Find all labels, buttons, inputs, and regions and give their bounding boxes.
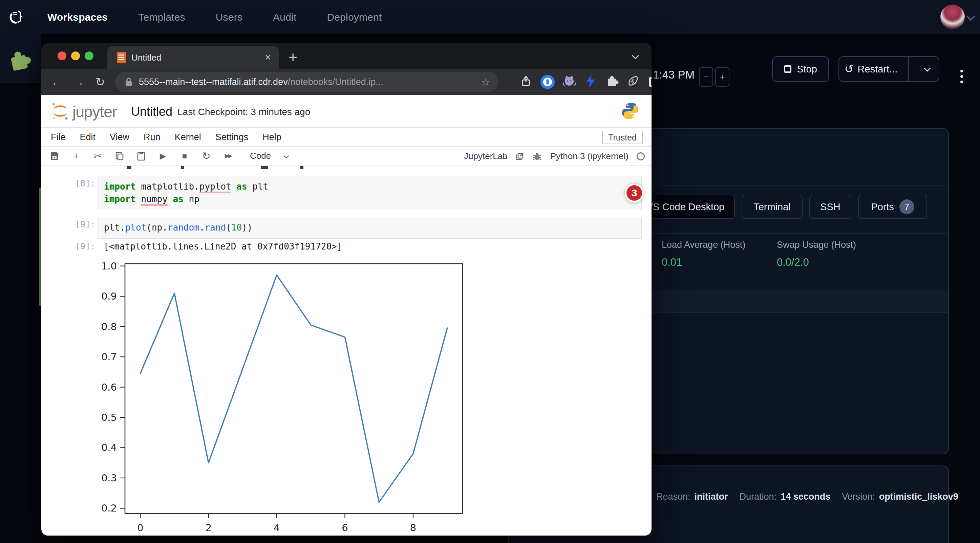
jupyter-wordmark: jupyter [72, 103, 117, 121]
onepassword-extension-icon[interactable] [541, 75, 555, 89]
svg-text:0: 0 [137, 522, 143, 533]
cell-type-value: Code [250, 151, 271, 161]
restart-workspace-button[interactable]: ↺ Restart... [838, 56, 939, 82]
terminal-label: Terminal [754, 202, 791, 213]
clipped-cell-fragment [181, 166, 184, 169]
save-icon[interactable] [49, 151, 60, 161]
load-average-metric: Load Average (Host) 0.01 [662, 240, 745, 268]
reload-button[interactable]: ↻ [89, 75, 111, 89]
extension-puzzle-icon[interactable] [8, 50, 32, 73]
menu-edit[interactable]: Edit [80, 132, 96, 143]
zoom-in-button[interactable]: + [715, 67, 729, 87]
meta-value: 14 seconds [781, 492, 830, 502]
notebook-area: [8]: import matplotlib.pyplot as pltimpo… [41, 165, 652, 535]
coder-logo-icon[interactable] [6, 9, 23, 26]
terminal-button[interactable]: Terminal [741, 195, 803, 219]
url-host: 5555--main--test--matifali.atif.cdr.dev [139, 77, 288, 87]
workspace-more-menu-button[interactable] [957, 66, 966, 87]
copy-cell-icon[interactable] [114, 151, 125, 161]
chevron-down-icon [924, 65, 931, 72]
share-icon[interactable] [521, 76, 531, 88]
add-cell-icon[interactable]: + [70, 150, 82, 162]
meta-value: optimistic_liskov9 [879, 492, 958, 502]
tab-close-icon[interactable]: ✕ [264, 53, 271, 62]
menu-file[interactable]: File [51, 132, 66, 143]
browser-tab-untitled[interactable]: Untitled ✕ [107, 46, 279, 69]
tab-title: Untitled [131, 52, 264, 63]
clipped-cell-fragment [127, 166, 131, 169]
code-cell-imports[interactable]: import matplotlib.pyplot as pltimport nu… [97, 176, 642, 210]
swap-usage-metric: Swap Usage (Host) 0.0/2.0 [777, 240, 856, 268]
nav-item-templates[interactable]: Templates [138, 11, 185, 23]
meta-label: Reason: [656, 492, 690, 502]
url-path: /notebooks/Untitled.ip... [288, 77, 383, 87]
tab-search-chevron-icon[interactable] [632, 52, 639, 59]
notification-count-badge[interactable]: 3 [625, 184, 644, 202]
run-cell-icon[interactable]: ▶ [157, 151, 169, 161]
back-button[interactable]: ← [46, 76, 68, 89]
interrupt-kernel-icon[interactable]: ■ [179, 151, 190, 161]
meta-label: Version: [842, 492, 875, 502]
github-extension-icon[interactable] [562, 75, 576, 89]
metric-value: 0.01 [662, 256, 745, 268]
lightning-extension-icon[interactable] [585, 74, 596, 90]
zoom-out-button[interactable]: − [699, 67, 713, 87]
energy-saver-leaf-icon[interactable] [627, 75, 640, 89]
new-tab-button[interactable]: + [283, 48, 302, 67]
jupyter-page: jupyter Untitled Last Checkpoint: 3 minu… [41, 95, 652, 535]
ports-label: Ports [871, 202, 894, 213]
restart-options-button[interactable] [914, 57, 939, 81]
extensions-puzzle-icon[interactable] [606, 75, 619, 89]
code-cell-plot[interactable]: plt.plot(np.random.rand(10)) [97, 217, 642, 239]
stop-workspace-button[interactable]: Stop [772, 56, 829, 82]
menu-kernel[interactable]: Kernel [175, 132, 201, 143]
clipped-cell-fragment [261, 166, 268, 169]
extensions-bar [505, 69, 652, 95]
ports-button[interactable]: Ports 7 [858, 195, 927, 219]
cut-cell-icon[interactable]: ✂ [92, 150, 103, 162]
meta-value: initiator [695, 492, 728, 502]
cell-output-text: [<matplotlib.lines.Line2D at 0x7fd03f191… [103, 241, 342, 251]
lock-icon [125, 77, 133, 87]
ssh-button[interactable]: SSH [809, 195, 851, 219]
nav-item-deployment[interactable]: Deployment [327, 11, 382, 23]
cell-type-select[interactable]: Code [250, 151, 288, 161]
menu-view[interactable]: View [110, 132, 129, 143]
user-menu-chevron-down-icon[interactable] [966, 12, 975, 21]
browser-toolbar: ← → ↻ 5555--main--test--matifali.atif.cd… [41, 69, 652, 95]
debugger-bug-icon[interactable] [532, 152, 542, 161]
svg-text:0.9: 0.9 [102, 291, 117, 302]
menu-settings[interactable]: Settings [215, 132, 248, 143]
trusted-button[interactable]: Trusted [602, 131, 643, 144]
window-close-button[interactable] [57, 51, 66, 60]
window-minimize-button[interactable] [71, 51, 80, 60]
nav-item-audit[interactable]: Audit [273, 11, 296, 23]
sidebar-toggle-icon[interactable] [649, 77, 652, 87]
svg-text:0.2: 0.2 [102, 502, 117, 514]
restart-main[interactable]: ↺ Restart... [839, 57, 903, 81]
address-bar[interactable]: 5555--main--test--matifali.atif.cdr.dev/… [115, 72, 498, 92]
jupyterlab-link[interactable]: JupyterLab [464, 151, 508, 162]
restart-kernel-icon[interactable]: ↻ [200, 150, 212, 162]
jupyter-header: jupyter Untitled Last Checkpoint: 3 minu… [41, 95, 652, 128]
menu-run[interactable]: Run [143, 132, 161, 143]
bookmark-star-icon[interactable]: ☆ [481, 76, 490, 88]
kernel-name[interactable]: Python 3 (ipykernel) [550, 151, 628, 162]
nav-item-users[interactable]: Users [216, 11, 242, 23]
nav-item-workspaces[interactable]: Workspaces [48, 11, 108, 23]
paste-cell-icon[interactable] [135, 151, 147, 161]
window-fullscreen-button[interactable] [85, 51, 94, 60]
external-link-icon[interactable] [516, 152, 524, 160]
forward-button[interactable]: → [68, 76, 89, 89]
kernel-status-icon[interactable] [636, 152, 645, 160]
restart-run-all-icon[interactable]: ▶▶ [222, 152, 234, 159]
matplotlib-figure: 0.20.30.40.50.60.70.80.91.002468 [102, 254, 484, 535]
notebook-title[interactable]: Untitled [131, 105, 172, 119]
menu-help[interactable]: Help [262, 132, 282, 143]
ssh-label: SSH [820, 202, 840, 213]
restart-icon: ↺ [845, 64, 854, 75]
jupyter-favicon [117, 52, 126, 63]
last-checkpoint-label: Last Checkpoint: 3 minutes ago [177, 106, 310, 117]
user-avatar[interactable] [940, 5, 965, 29]
svg-text:2: 2 [205, 522, 212, 533]
